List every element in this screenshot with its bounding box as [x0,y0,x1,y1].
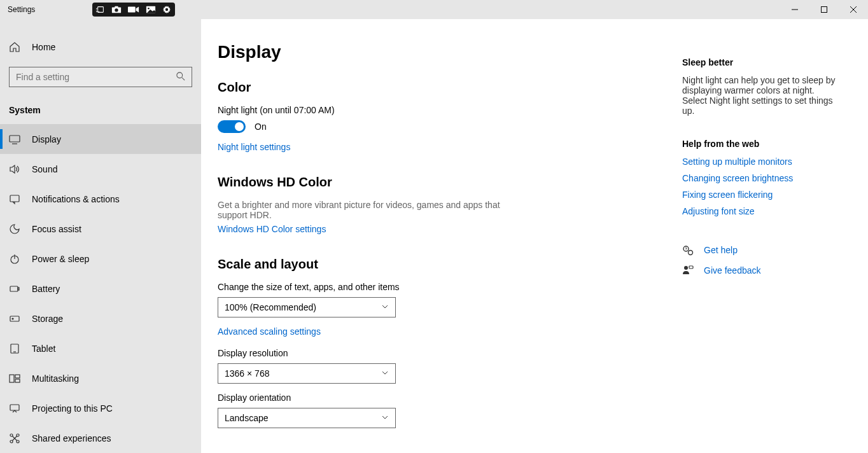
sidebar-item-tablet[interactable]: Tablet [0,333,201,363]
gear-icon [162,5,171,14]
display-icon [9,134,20,145]
night-light-toggle[interactable] [218,120,246,133]
section-scale: Scale and layout Change the size of text… [218,257,675,428]
help-link-font-size[interactable]: Adjusting font size [682,206,855,216]
sidebar: Home System Display Sound [0,19,201,453]
nav-label: Tablet [32,344,55,354]
svg-line-14 [182,77,185,80]
scale-size-label: Change the size of text, apps, and other… [218,282,675,292]
home-icon [9,41,20,53]
dropdown-value: Landscape [225,413,269,423]
scale-size-dropdown[interactable]: 100% (Recommended) [218,297,396,317]
feedback-link: Give feedback [704,265,761,275]
svg-point-38 [684,266,688,270]
search-input[interactable] [10,72,170,82]
advanced-scaling-link[interactable]: Advanced scaling settings [218,326,321,337]
notifications-icon [9,193,20,205]
sidebar-item-sound[interactable]: Sound [0,154,201,184]
settings-content: Display Color Night light (on until 07:0… [201,19,675,453]
svg-rect-17 [10,195,19,202]
night-light-settings-link[interactable]: Night light settings [218,142,290,152]
battery-icon [9,283,20,295]
svg-rect-28 [15,379,20,382]
power-icon [9,253,20,265]
help-link-monitors[interactable]: Setting up multiple monitors [682,157,855,167]
help-web-heading: Help from the web [682,139,855,149]
page-title: Display [218,42,675,62]
hd-color-heading: Windows HD Color [218,175,675,190]
sidebar-item-notifications[interactable]: Notifications & actions [0,184,201,214]
sidebar-item-multitasking[interactable]: Multitasking [0,363,201,393]
svg-point-8 [165,8,168,11]
dropdown-value: 100% (Recommended) [225,302,316,312]
sound-icon [9,164,20,175]
record-icon [128,6,139,13]
sidebar-item-power-sleep[interactable]: Power & sleep [0,244,201,274]
capture-icon [96,5,105,14]
sidebar-item-shared-experiences[interactable]: Shared experiences [0,423,201,453]
svg-rect-10 [822,7,827,13]
help-links: Setting up multiple monitors Changing sc… [682,157,855,216]
svg-rect-4 [128,7,136,13]
svg-point-37 [689,251,693,255]
chevron-down-icon [381,302,389,312]
svg-point-2 [115,8,118,11]
tablet-icon [9,343,20,354]
search-box[interactable] [9,67,192,87]
nav-label: Display [32,134,61,144]
sidebar-item-display[interactable]: Display [0,124,201,154]
resolution-label: Display resolution [218,348,675,358]
home-label: Home [32,42,55,52]
chevron-down-icon [381,413,389,423]
nav-label: Shared experiences [32,433,111,443]
sleep-better-heading: Sleep better [682,57,855,67]
app-title: Settings [8,5,35,14]
svg-rect-29 [10,405,19,410]
svg-point-13 [177,72,183,78]
section-color: Color Night light (on until 07:00 AM) On… [218,80,675,152]
sidebar-item-storage[interactable]: Storage [0,303,201,333]
feedback-icon [682,265,694,276]
chevron-down-icon [381,368,389,379]
hd-color-settings-link[interactable]: Windows HD Color settings [218,224,326,234]
svg-rect-39 [689,266,693,268]
nav-label: Battery [32,284,60,294]
orientation-dropdown[interactable]: Landscape [218,408,396,428]
svg-rect-27 [15,375,20,378]
main-area: Display Color Night light (on until 07:0… [201,19,868,453]
maximize-button[interactable] [809,0,839,19]
home-nav[interactable]: Home [0,32,201,62]
help-link-brightness[interactable]: Changing screen brightness [682,173,855,183]
hd-color-desc: Get a brighter and more vibrant picture … [218,200,510,220]
minimize-button[interactable] [780,0,809,19]
projecting-icon [9,403,20,414]
titlebar: Settings [0,0,868,19]
storage-icon [9,313,20,324]
feedback-row[interactable]: Give feedback [682,265,855,276]
nav-label: Multitasking [32,373,79,384]
svg-rect-21 [18,288,19,290]
shared-experiences-icon [9,433,20,444]
toggle-state: On [255,122,267,132]
nav-label: Power & sleep [32,254,89,264]
get-help-row[interactable]: Get help [682,244,855,256]
sidebar-item-focus-assist[interactable]: Focus assist [0,214,201,244]
svg-point-23 [12,318,13,319]
multitasking-icon [9,373,20,384]
game-bar-overlay[interactable] [92,3,175,17]
sidebar-item-battery[interactable]: Battery [0,274,201,303]
close-button[interactable] [839,0,868,19]
resolution-dropdown[interactable]: 1366 × 768 [218,363,396,384]
svg-rect-22 [10,316,19,321]
svg-rect-15 [10,136,20,142]
nav-label: Sound [32,164,57,174]
nav-label: Notifications & actions [32,194,120,204]
svg-point-6 [148,8,150,10]
right-panel: Sleep better Night light can help you ge… [675,19,868,453]
sidebar-item-projecting[interactable]: Projecting to this PC [0,393,201,423]
image-icon [146,5,156,14]
help-link-flickering[interactable]: Fixing screen flickering [682,190,855,200]
focus-assist-icon [9,223,20,235]
nav-label: Storage [32,314,63,324]
nav-label: Focus assist [32,224,81,234]
